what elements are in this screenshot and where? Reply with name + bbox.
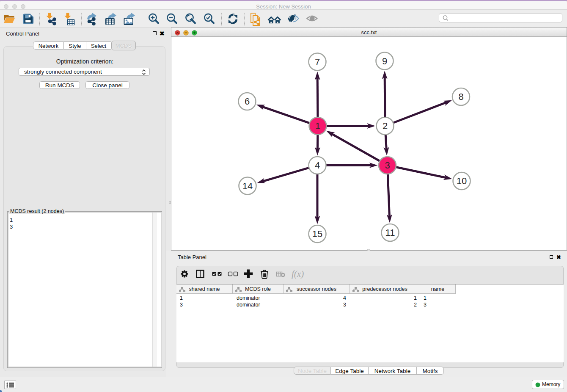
svg-text:9: 9 (382, 56, 387, 66)
svg-text:11: 11 (385, 227, 395, 238)
svg-text:4: 4 (315, 160, 320, 171)
svg-text:15: 15 (312, 229, 322, 239)
svg-text:14: 14 (242, 181, 253, 191)
svg-text:1: 1 (315, 121, 320, 131)
svg-text:8: 8 (458, 91, 463, 102)
svg-text:10: 10 (457, 176, 467, 186)
svg-text:f(x): f(x) (292, 269, 304, 279)
svg-text:2: 2 (383, 121, 388, 131)
svg-text:7: 7 (315, 57, 320, 67)
svg-text:6: 6 (245, 96, 250, 107)
svg-text:3: 3 (385, 160, 390, 171)
